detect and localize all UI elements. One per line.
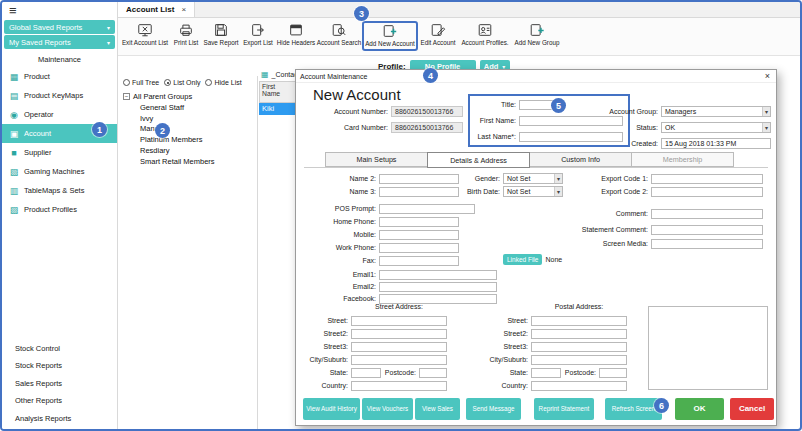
account-search-button[interactable]: Account Search bbox=[316, 20, 362, 46]
export-list-button[interactable]: Export List bbox=[240, 20, 276, 46]
sidebar-item-product-profiles[interactable]: ▨ Product Profiles bbox=[2, 200, 117, 219]
postal-country-input[interactable] bbox=[531, 381, 627, 391]
street3-input[interactable] bbox=[351, 342, 447, 352]
close-tab-icon[interactable]: × bbox=[181, 5, 186, 14]
facebook-input[interactable] bbox=[379, 294, 497, 304]
save-report-button[interactable]: Save Report bbox=[202, 20, 240, 46]
view-audit-history-button[interactable]: View Audit History bbox=[303, 398, 360, 420]
tree-item-general-staff[interactable]: General Staff bbox=[123, 102, 257, 113]
exit-account-list-button[interactable]: Exit Account List bbox=[120, 20, 170, 46]
account-maintenance-dialog: Account Maintenance × New Account Accoun… bbox=[295, 69, 777, 426]
tree-item-resdiary[interactable]: Resdiary bbox=[123, 145, 257, 156]
print-list-button[interactable]: Print List bbox=[170, 20, 202, 46]
email2-input[interactable] bbox=[379, 282, 497, 292]
created-value: 15 Aug 2018 01:33 PM bbox=[661, 138, 771, 149]
tree-root-all-parent-groups[interactable]: − All Parent Groups bbox=[123, 91, 257, 102]
street-address-header: Street Address: bbox=[351, 303, 447, 310]
product-icon: ▦ bbox=[9, 72, 19, 82]
account-number-value: 886026150013766 bbox=[391, 106, 463, 117]
state-input[interactable] bbox=[351, 368, 381, 378]
operator-icon: ◉ bbox=[9, 110, 19, 120]
screen-media-input[interactable] bbox=[651, 239, 763, 249]
dialog-titlebar: Account Maintenance × bbox=[296, 70, 776, 83]
postal-street-input[interactable] bbox=[531, 316, 627, 326]
add-new-group-button[interactable]: Add New Group bbox=[512, 20, 562, 46]
export-code-1-input[interactable] bbox=[651, 174, 763, 184]
linked-file-button[interactable]: Linked File bbox=[503, 254, 542, 265]
sidebar-item-gaming-machines[interactable]: ▧ Gaming Machines bbox=[2, 162, 117, 181]
street2-input[interactable] bbox=[351, 329, 447, 339]
my-saved-reports-button[interactable]: My Saved Reports ▾ bbox=[4, 35, 115, 49]
sidebar-item-product-keymaps[interactable]: ▤ Product KeyMaps bbox=[2, 86, 117, 105]
statement-comment-input[interactable] bbox=[651, 225, 763, 235]
tree-item-platinum-members[interactable]: Platinum Members bbox=[123, 134, 257, 145]
tree-item-smart-retail-members[interactable]: Smart Retail Members bbox=[123, 156, 257, 167]
postal-street2-input[interactable] bbox=[531, 329, 627, 339]
postal-state-input[interactable] bbox=[531, 368, 561, 378]
collapse-icon[interactable]: − bbox=[123, 93, 130, 100]
gender-select[interactable]: Not Set▾ bbox=[503, 173, 563, 184]
tab-account-list[interactable]: Account List × bbox=[118, 2, 195, 17]
sidebar-item-stock-control[interactable]: Stock Control bbox=[2, 340, 117, 358]
postal-city-suburb-input[interactable] bbox=[531, 355, 627, 365]
sidebar-item-stock-reports[interactable]: Stock Reports bbox=[2, 357, 117, 375]
sidebar-item-tablemaps-sets[interactable]: ▥ TableMaps & Sets bbox=[2, 181, 117, 200]
section-label-maintenance: Maintenance bbox=[2, 55, 117, 64]
sidebar-item-sales-reports[interactable]: Sales Reports bbox=[2, 375, 117, 393]
view-sales-button[interactable]: View Sales bbox=[415, 398, 460, 420]
tab-strip: Account List × bbox=[118, 2, 800, 18]
edit-account-button[interactable]: Edit Account bbox=[418, 20, 458, 46]
refresh-screen-button[interactable]: Refresh Screen bbox=[605, 398, 662, 420]
city-suburb-input[interactable] bbox=[351, 355, 447, 365]
dialog-close-icon[interactable]: × bbox=[765, 71, 770, 81]
radio-list-only[interactable]: List Only bbox=[164, 79, 200, 86]
hide-headers-button[interactable]: Hide Headers bbox=[276, 20, 316, 46]
work-phone-input[interactable] bbox=[379, 243, 459, 253]
menu-icon[interactable]: ≡ bbox=[2, 2, 117, 19]
pos-prompt-input[interactable] bbox=[379, 204, 475, 214]
dialog-heading: New Account bbox=[313, 86, 401, 103]
country-input[interactable] bbox=[351, 381, 447, 391]
mobile-input[interactable] bbox=[379, 230, 459, 240]
global-saved-reports-button[interactable]: Global Saved Reports ▾ bbox=[4, 20, 115, 34]
send-message-button[interactable]: Send Message bbox=[466, 398, 521, 420]
tree-item-ivvy[interactable]: Ivvy bbox=[123, 113, 257, 124]
postcode-input[interactable] bbox=[419, 368, 447, 378]
callout-3: 3 bbox=[354, 6, 369, 21]
add-new-account-button[interactable]: Add New Account bbox=[362, 21, 418, 51]
email1-input[interactable] bbox=[379, 270, 497, 280]
sidebar-item-supplier[interactable]: ■ Supplier bbox=[2, 143, 117, 162]
view-options: Full Tree List Only Hide List bbox=[123, 79, 257, 86]
status-select[interactable]: OK ▾ bbox=[661, 122, 771, 133]
contact-grid-icon: ▦ bbox=[261, 70, 269, 79]
cancel-button[interactable]: Cancel bbox=[730, 398, 774, 420]
column-header-first-name[interactable]: First Name bbox=[259, 81, 296, 103]
group-tree-pane: Full Tree List Only Hide List − All Pare… bbox=[118, 76, 258, 429]
postal-address-header: Postal Address: bbox=[531, 303, 627, 310]
view-vouchers-button[interactable]: View Vouchers bbox=[362, 398, 413, 420]
tab-details-address[interactable]: Details & Address bbox=[427, 152, 530, 168]
sidebar-item-other-reports[interactable]: Other Reports bbox=[2, 392, 117, 410]
postal-postcode-input[interactable] bbox=[599, 368, 627, 378]
street-input[interactable] bbox=[351, 316, 447, 326]
ok-button[interactable]: OK bbox=[675, 398, 724, 420]
tree-item-manager[interactable]: Manager bbox=[123, 124, 257, 135]
birth-date-select[interactable]: Not Set▾ bbox=[503, 186, 563, 197]
product-keymaps-icon: ▤ bbox=[9, 91, 19, 101]
export-list-icon bbox=[250, 22, 266, 38]
account-profiles-button[interactable]: Account Profiles. bbox=[458, 20, 512, 46]
tab-main-setups[interactable]: Main Setups bbox=[325, 152, 428, 167]
sidebar-item-analysis-reports[interactable]: Analysis Reports bbox=[2, 410, 117, 428]
home-phone-input[interactable] bbox=[379, 217, 459, 227]
export-code-2-input[interactable] bbox=[651, 187, 763, 197]
postal-street3-input[interactable] bbox=[531, 342, 627, 352]
radio-hide-list[interactable]: Hide List bbox=[205, 79, 241, 86]
tab-custom-info[interactable]: Custom Info bbox=[529, 152, 632, 167]
reprint-statement-button[interactable]: Reprint Statement bbox=[534, 398, 594, 420]
title-input[interactable] bbox=[519, 100, 553, 110]
sidebar-item-product[interactable]: ▦ Product bbox=[2, 67, 117, 86]
radio-full-tree[interactable]: Full Tree bbox=[123, 79, 159, 86]
supplier-icon: ■ bbox=[9, 148, 19, 158]
account-group-select[interactable]: Managers ▾ bbox=[661, 106, 771, 117]
comment-input[interactable] bbox=[651, 209, 763, 219]
